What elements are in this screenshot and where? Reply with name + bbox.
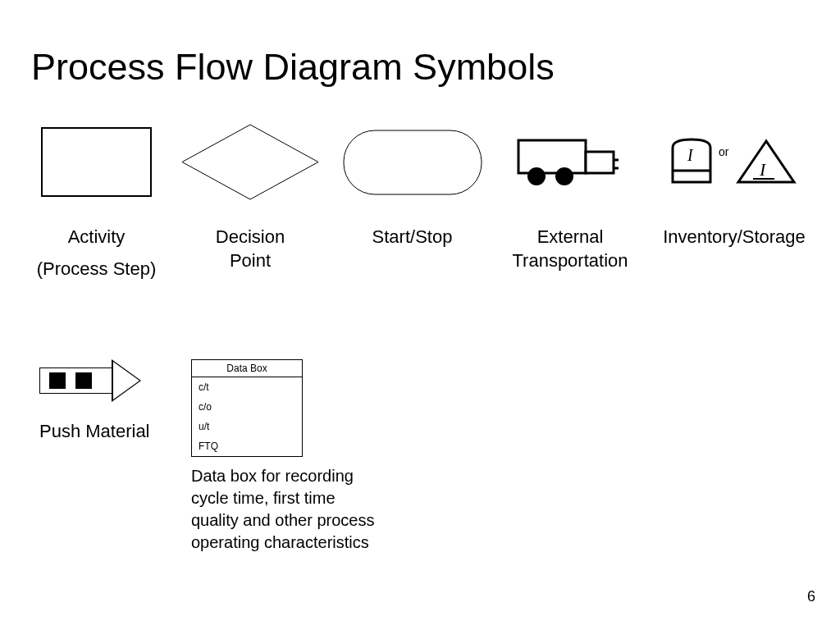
databox-icon: Data Box c/t c/o u/t FTQ (191, 359, 303, 457)
rectangle-icon (41, 123, 152, 201)
symbol-sublabel: (Process Step) (37, 258, 157, 281)
databox-row: c/t (192, 377, 302, 397)
symbol-label: Decision Point (205, 226, 295, 272)
symbol-transport: External Transportation (492, 123, 648, 281)
databox-row: u/t (192, 417, 302, 436)
svg-text:I: I (687, 146, 694, 164)
svg-rect-2 (344, 130, 482, 194)
symbol-label: Activity (68, 226, 126, 249)
symbol-label: Inventory/Storage (663, 226, 806, 249)
svg-marker-1 (182, 125, 318, 199)
diamond-icon (180, 123, 320, 201)
databox-description: Data box for recording cycle time, first… (191, 465, 380, 554)
svg-rect-3 (518, 140, 586, 173)
symbol-decision: Decision Point (168, 123, 332, 281)
svg-rect-4 (586, 152, 614, 173)
svg-point-8 (555, 167, 573, 185)
symbol-push: Push Material (39, 359, 167, 444)
inventory-icon: I or I (663, 123, 806, 201)
svg-rect-0 (42, 128, 151, 196)
databox-row: c/o (192, 397, 302, 417)
symbol-startstop: Start/Stop (332, 123, 492, 281)
symbol-inventory: I or I Inventory/Storage (648, 123, 820, 281)
symbol-label: Start/Stop (372, 226, 453, 249)
symbol-activity: Activity (Process Step) (25, 123, 168, 281)
symbol-row-1: Activity (Process Step) Decision Point S… (25, 123, 829, 281)
symbol-databox: Data Box c/t c/o u/t FTQ Data box for re… (191, 359, 380, 554)
arrow-icon (39, 359, 143, 402)
symbol-label: Push Material (39, 420, 167, 444)
symbol-label: External Transportation (504, 226, 636, 272)
symbol-row-2: Push Material Data Box c/t c/o u/t FTQ D… (39, 359, 380, 554)
page-number: 6 (807, 588, 815, 605)
databox-header: Data Box (192, 360, 302, 377)
svg-marker-12 (738, 141, 794, 182)
page-title: Process Flow Diagram Symbols (31, 46, 555, 89)
rounded-rect-icon (343, 123, 482, 201)
svg-point-7 (527, 167, 546, 185)
truck-icon (517, 123, 623, 201)
svg-text:or: or (719, 145, 729, 158)
databox-row: FTQ (192, 436, 302, 456)
